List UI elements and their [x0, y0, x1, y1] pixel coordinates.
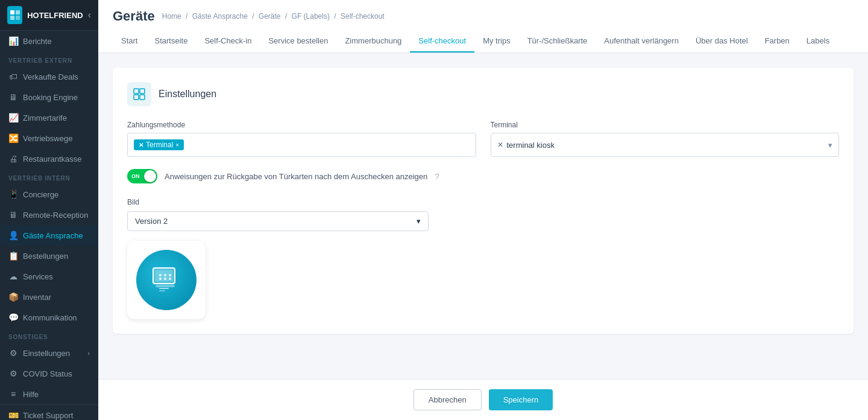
svg-point-17: [164, 278, 166, 280]
breadcrumb: Home / Gäste Ansprache / Geräte / GF (La…: [162, 12, 385, 21]
section-sonstiges: SONSTIGES: [0, 328, 98, 343]
terminal-clear-icon[interactable]: ✕: [497, 141, 503, 149]
sidebar-item-label: Inventar: [23, 293, 51, 302]
services-icon: ☁: [8, 272, 18, 281]
payment-method-input[interactable]: ✕ Terminal ×: [127, 133, 476, 157]
sidebar-item-label: Restaurantkasse: [23, 154, 82, 164]
card-title-row: Einstellungen: [127, 82, 839, 106]
image-preview: [127, 241, 206, 319]
sidebar-item-label: Einstellungen: [23, 349, 70, 358]
terminal-select[interactable]: ✕ terminal kiosk ▾: [491, 133, 840, 157]
bestellungen-icon: 📋: [8, 251, 18, 261]
bild-section: Bild Version 2 ▾: [127, 198, 839, 319]
sidebar-item-gaeste-ansprache[interactable]: 👤 Gäste Ansprache: [0, 225, 98, 246]
settings-icon: [127, 82, 151, 106]
sidebar-item-einstellungen[interactable]: ⚙ Einstellungen ›: [0, 343, 98, 363]
payment-method-group: Zahlungsmethode ✕ Terminal ×: [127, 121, 476, 157]
svg-rect-3: [16, 16, 20, 20]
sidebar-item-ticket-support[interactable]: 🎫 Ticket Support: [0, 405, 98, 420]
bild-label: Bild: [127, 198, 839, 206]
terminal-label: Terminal: [491, 121, 840, 129]
sidebar-item-zimmertarife[interactable]: 📈 Zimmertarife: [0, 107, 98, 128]
sidebar-collapse-button[interactable]: ‹: [88, 10, 91, 21]
tab-zimmerbuchung[interactable]: Zimmerbuchung: [336, 30, 410, 52]
tab-aufenthalt[interactable]: Aufenthalt verlängern: [596, 30, 687, 52]
vertriebswege-icon: 🔀: [8, 133, 18, 143]
restaurantkasse-icon: 🖨: [8, 154, 18, 164]
version-chevron-icon: ▾: [417, 217, 421, 226]
sidebar-item-remote-reception[interactable]: 🖥 Remote-Reception: [0, 205, 98, 225]
svg-rect-1: [16, 10, 20, 14]
terminal-group: Terminal ✕ terminal kiosk ▾: [491, 121, 840, 157]
sidebar-item-concierge[interactable]: 📱 Concierge: [0, 184, 98, 205]
chevron-right-icon: ›: [87, 349, 90, 357]
toggle-on-label: ON: [131, 173, 140, 179]
sidebar-item-covid-status[interactable]: ⚙ COVID Status: [0, 363, 98, 384]
remote-icon: 🖥: [8, 210, 18, 220]
breadcrumb-geraete[interactable]: Geräte: [259, 12, 281, 21]
svg-rect-6: [134, 95, 139, 100]
save-button[interactable]: Speichern: [489, 389, 553, 410]
einstellungen-icon: ⚙: [8, 348, 18, 358]
sidebar-item-label: Berichte: [23, 37, 52, 46]
svg-point-16: [159, 278, 162, 280]
toggle-help-icon[interactable]: ?: [435, 172, 439, 181]
payment-method-label: Zahlungsmethode: [127, 121, 476, 129]
berichte-icon: 📊: [8, 36, 18, 46]
version-select[interactable]: Version 2 ▾: [127, 211, 429, 231]
tab-tuer-schliess[interactable]: Tür-/Schließkarte: [519, 30, 596, 52]
hilfe-icon: ≡: [8, 389, 18, 399]
sidebar-item-berichte[interactable]: 📊 Berichte: [0, 31, 98, 51]
sidebar-item-verkaufte-deals[interactable]: 🏷 Verkaufte Deals: [0, 66, 98, 87]
breadcrumb-gaeste[interactable]: Gäste Ansprache: [192, 12, 248, 21]
page-title: Geräte: [113, 8, 155, 24]
sidebar-item-label: Vertriebswege: [23, 134, 72, 143]
toggle-knob: [144, 170, 156, 182]
sidebar-item-inventar[interactable]: 📦 Inventar: [0, 287, 98, 307]
toggle-switch[interactable]: ON: [127, 169, 157, 183]
svg-rect-4: [134, 89, 139, 94]
svg-point-13: [159, 274, 162, 276]
covid-icon: ⚙: [8, 369, 18, 378]
tab-my-trips[interactable]: My trips: [474, 30, 519, 52]
tab-start[interactable]: Start: [113, 30, 146, 52]
toggle-row: ON Anweisungen zur Rückgabe von Türkarte…: [127, 169, 839, 183]
sidebar-item-restaurantkasse[interactable]: 🖨 Restaurantkasse: [0, 148, 98, 169]
sidebar-item-vertriebswege[interactable]: 🔀 Vertriebswege: [0, 128, 98, 148]
tab-farben[interactable]: Farben: [756, 30, 798, 52]
tab-labels[interactable]: Labels: [798, 30, 838, 52]
section-vertrieb-extern: VERTRIEB EXTERN: [0, 51, 98, 66]
breadcrumb-home[interactable]: Home: [162, 12, 181, 21]
breadcrumb-self-checkout[interactable]: Self-checkout: [341, 12, 385, 21]
logo-text: HOTELFRIEND: [27, 11, 83, 20]
sidebar-item-booking-engine[interactable]: 🖥 Booking Engine: [0, 87, 98, 107]
section-vertrieb-intern: VERTRIEB INTERN: [0, 169, 98, 184]
tab-self-checkout[interactable]: Self-checkout: [410, 30, 474, 52]
tag-close-icon[interactable]: ×: [175, 142, 179, 148]
sidebar-item-hilfe[interactable]: ≡ Hilfe: [0, 384, 98, 404]
svg-rect-0: [10, 10, 14, 14]
cancel-button[interactable]: Abbrechen: [414, 389, 482, 410]
concierge-icon: 📱: [8, 189, 18, 199]
sidebar-item-bestellungen[interactable]: 📋 Bestellungen: [0, 246, 98, 266]
tag-x-icon[interactable]: ✕: [139, 142, 143, 148]
sidebar-item-label: Gäste Ansprache: [23, 231, 83, 240]
terminal-chevron-icon: ▾: [828, 141, 832, 150]
deals-icon: 🏷: [8, 72, 18, 81]
sidebar-item-label: Verkaufte Deals: [23, 72, 78, 81]
svg-rect-12: [159, 290, 165, 291]
sidebar-item-kommunikation[interactable]: 💬 Kommunikation: [0, 307, 98, 328]
sidebar-item-label: Bestellungen: [23, 252, 68, 261]
tab-self-check-in[interactable]: Self-Check-in: [196, 30, 260, 52]
tab-ueber-hotel[interactable]: Über das Hotel: [687, 30, 756, 52]
breadcrumb-gf-labels[interactable]: GF (Labels): [292, 12, 330, 21]
tab-service-bestellen[interactable]: Service bestellen: [260, 30, 336, 52]
svg-rect-10: [156, 285, 175, 287]
tab-startseite[interactable]: Startseite: [146, 30, 196, 52]
svg-rect-2: [10, 16, 14, 20]
gaeste-icon: 👤: [8, 231, 18, 240]
sidebar-item-label: Kommunikation: [23, 313, 77, 322]
svg-rect-11: [159, 288, 169, 289]
sidebar-item-services[interactable]: ☁ Services: [0, 266, 98, 287]
sidebar-item-label: COVID Status: [23, 369, 72, 378]
